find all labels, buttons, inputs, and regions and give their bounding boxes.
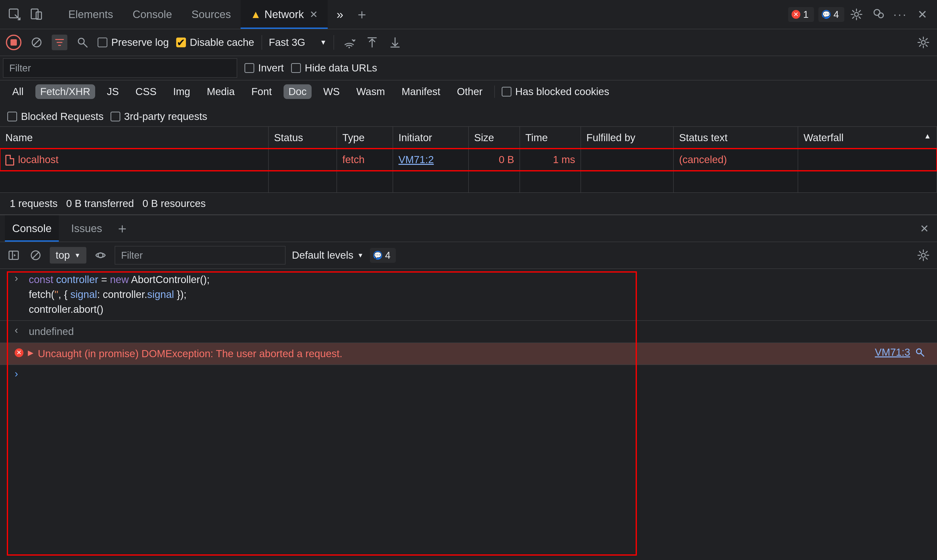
type-all[interactable]: All <box>7 85 29 99</box>
type-other[interactable]: Other <box>452 85 487 99</box>
console-prompt[interactable]: › <box>0 365 937 383</box>
expand-arrow-icon[interactable]: ▶ <box>28 348 34 357</box>
network-settings-gear-icon[interactable] <box>915 35 931 50</box>
hide-data-urls-checkbox[interactable]: Hide data URLs <box>291 62 377 74</box>
col-status-text[interactable]: Status text <box>673 127 798 149</box>
type-font[interactable]: Font <box>247 85 277 99</box>
tab-elements[interactable]: Elements <box>59 0 123 29</box>
network-filter-input[interactable]: Filter <box>3 58 237 78</box>
type-wasm[interactable]: Wasm <box>351 85 390 99</box>
request-row-localhost[interactable]: localhost fetch VM71:2 0 B 1 ms (cancele… <box>0 149 937 171</box>
issues-count: 4 <box>834 9 839 20</box>
summary-resources: 0 B resources <box>142 198 206 209</box>
col-name[interactable]: Name <box>0 127 269 149</box>
type-img[interactable]: Img <box>168 85 195 99</box>
filter-toggle-icon[interactable] <box>52 35 67 50</box>
tab-close-icon[interactable]: ✕ <box>310 9 318 20</box>
type-manifest[interactable]: Manifest <box>397 85 445 99</box>
third-party-checkbox[interactable]: 3rd-party requests <box>111 111 207 122</box>
blocked-requests-box <box>7 112 17 122</box>
req-type: fetch <box>337 149 393 171</box>
type-fetch-xhr[interactable]: Fetch/XHR <box>36 85 95 99</box>
console-filter-input[interactable]: Filter <box>115 246 286 265</box>
error-source-link[interactable]: VM71:3 <box>875 346 910 358</box>
errors-count: 1 <box>803 9 809 20</box>
settings-gear-icon[interactable] <box>847 5 866 24</box>
log-levels-select[interactable]: Default levels ▼ <box>292 249 364 261</box>
errors-badge[interactable]: ✕ 1 <box>788 7 814 22</box>
tab-network[interactable]: ▲ Network ✕ <box>241 0 328 29</box>
hide-data-urls-label: Hide data URLs <box>305 62 377 74</box>
req-initiator[interactable]: VM71:2 <box>393 149 468 171</box>
type-filter-row: All Fetch/XHR JS CSS Img Media Font Doc … <box>0 80 937 127</box>
drawer-tab-console[interactable]: Console <box>5 215 59 242</box>
device-toggle-icon[interactable] <box>27 5 46 24</box>
blocked-requests-checkbox[interactable]: Blocked Requests <box>7 111 104 122</box>
console-settings-gear-icon[interactable] <box>915 248 931 263</box>
svg-rect-2 <box>36 12 42 19</box>
blocked-requests-label: Blocked Requests <box>21 111 104 122</box>
has-blocked-cookies-checkbox[interactable]: Has blocked cookies <box>502 86 609 97</box>
col-type[interactable]: Type <box>337 127 393 149</box>
type-media[interactable]: Media <box>202 85 239 99</box>
magnify-icon[interactable] <box>915 348 925 357</box>
tab-console[interactable]: Console <box>123 0 182 29</box>
warning-triangle-icon: ▲ <box>250 8 261 20</box>
clear-log-icon[interactable] <box>29 35 45 50</box>
tab-label-network: Network <box>264 8 304 20</box>
col-initiator[interactable]: Initiator <box>393 127 468 149</box>
type-doc[interactable]: Doc <box>284 85 312 99</box>
console-issues-badge[interactable]: 💬 4 <box>370 248 396 263</box>
preserve-log-checkbox[interactable]: Preserve log <box>97 37 169 48</box>
console-issues-count: 4 <box>385 250 391 261</box>
svg-point-7 <box>78 38 84 44</box>
download-har-icon[interactable] <box>387 35 403 50</box>
close-devtools-icon[interactable]: ✕ <box>912 5 932 24</box>
col-fulfilled-by[interactable]: Fulfilled by <box>581 127 673 149</box>
console-input-row[interactable]: › const controller = new AbortController… <box>0 269 937 321</box>
console-error-text: Uncaught (in promise) DOMException: The … <box>38 346 342 361</box>
req-time: 1 ms <box>520 149 581 171</box>
drawer-add-tab-icon[interactable]: ＋ <box>114 221 130 236</box>
result-chevron-icon: ‹ <box>15 324 25 336</box>
col-status[interactable]: Status <box>269 127 337 149</box>
add-tab-icon[interactable]: ＋ <box>352 5 372 24</box>
summary-transferred: 0 B transferred <box>66 198 134 209</box>
issues-badge[interactable]: 💬 4 <box>818 7 844 22</box>
chevron-down-icon: ▼ <box>320 38 327 46</box>
feedback-icon[interactable] <box>869 5 888 24</box>
disable-cache-checkbox[interactable]: ✔ Disable cache <box>176 37 254 48</box>
type-ws[interactable]: WS <box>318 85 345 99</box>
more-menu-icon[interactable]: ··· <box>891 5 910 24</box>
col-waterfall[interactable]: Waterfall▲ <box>798 127 937 149</box>
tab-sources[interactable]: Sources <box>182 0 241 29</box>
invert-checkbox[interactable]: Invert <box>244 62 284 74</box>
live-expression-icon[interactable] <box>93 248 108 263</box>
context-select[interactable]: top ▼ <box>50 247 86 263</box>
svg-point-8 <box>349 47 350 48</box>
network-conditions-icon[interactable] <box>341 35 357 50</box>
input-chevron-icon: › <box>15 272 25 284</box>
type-js[interactable]: JS <box>102 85 124 99</box>
tab-label-sources: Sources <box>191 8 231 20</box>
throttling-select[interactable]: Fast 3G ▼ <box>262 35 334 50</box>
invert-box <box>244 63 254 73</box>
drawer-close-icon[interactable]: ✕ <box>917 221 932 236</box>
svg-rect-1 <box>31 9 38 19</box>
context-label: top <box>56 249 70 261</box>
inspect-element-icon[interactable] <box>5 5 25 24</box>
more-tabs-chevron-icon[interactable]: » <box>330 5 350 24</box>
upload-har-icon[interactable] <box>364 35 380 50</box>
req-fulfilled-by <box>581 149 673 171</box>
issue-dot-icon: 💬 <box>374 251 382 260</box>
tab-label-console: Console <box>133 8 172 20</box>
console-error-row[interactable]: ✕ ▶ Uncaught (in promise) DOMException: … <box>0 343 937 365</box>
col-size[interactable]: Size <box>468 127 520 149</box>
drawer-tab-issues[interactable]: Issues <box>64 215 109 242</box>
clear-console-icon[interactable] <box>28 248 43 263</box>
type-css[interactable]: CSS <box>131 85 161 99</box>
search-icon[interactable] <box>75 35 90 50</box>
record-button[interactable] <box>6 35 22 50</box>
col-time[interactable]: Time <box>520 127 581 149</box>
sidebar-toggle-icon[interactable] <box>6 248 22 263</box>
